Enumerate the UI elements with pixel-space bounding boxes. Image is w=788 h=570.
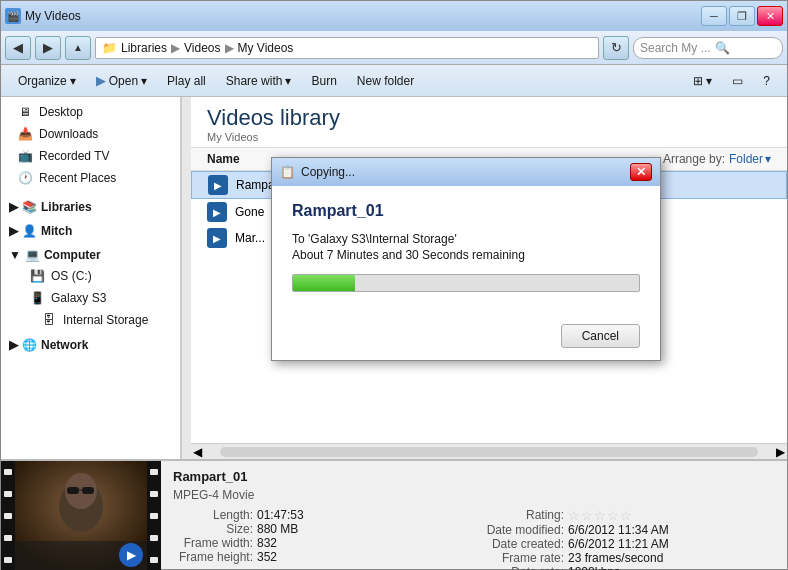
help-icon: ? bbox=[763, 74, 770, 88]
sidebar-item-downloads[interactable]: 📥 Downloads bbox=[1, 123, 180, 145]
film-hole-4 bbox=[4, 535, 12, 541]
sidebar-label-libraries: Libraries bbox=[41, 200, 92, 214]
detail-label-rating: Rating: bbox=[484, 508, 564, 523]
detail-label-frame-width: Frame width: bbox=[173, 536, 253, 550]
sidebar-group-mitch[interactable]: ▶ 👤 Mitch bbox=[1, 221, 180, 241]
close-button[interactable]: ✕ bbox=[757, 6, 783, 26]
toolbar: Organize ▾ ▶ Open ▾ Play all Share with … bbox=[1, 65, 787, 97]
computer-icon: 💻 bbox=[25, 248, 40, 262]
mitch-arrow-icon: ▶ bbox=[9, 224, 18, 238]
sidebar-group-computer[interactable]: ▼ 💻 Computer bbox=[1, 245, 180, 265]
organize-label: Organize bbox=[18, 74, 67, 88]
sidebar-item-internal-storage[interactable]: 🗄 Internal Storage bbox=[1, 309, 180, 331]
views-dropdown-icon: ▾ bbox=[706, 74, 712, 88]
sidebar-item-desktop[interactable]: 🖥 Desktop bbox=[1, 101, 180, 123]
dialog-overlay: 📋 Copying... ✕ Rampart_01 To 'Galaxy S3\… bbox=[191, 97, 787, 459]
drive-icon: 💾 bbox=[29, 268, 45, 284]
file-details: Rampart_01 MPEG-4 Movie Length: 01:47:53… bbox=[161, 461, 787, 569]
libraries-icon: 📚 bbox=[22, 200, 37, 214]
detail-value-frame-width: 832 bbox=[257, 536, 277, 550]
sidebar-group-libraries[interactable]: ▶ 📚 Libraries bbox=[1, 197, 180, 217]
new-folder-button[interactable]: New folder bbox=[348, 69, 423, 93]
detail-value-date-modified: 6/6/2012 11:34 AM bbox=[568, 523, 669, 537]
svg-rect-4 bbox=[82, 487, 94, 494]
bottom-panel: ▶ Rampart_01 MPEG-4 Movie Length: 01:47:… bbox=[1, 459, 787, 569]
svg-rect-3 bbox=[67, 487, 79, 494]
sidebar-item-os-c[interactable]: 💾 OS (C:) bbox=[1, 265, 180, 287]
sidebar-label-osc: OS (C:) bbox=[51, 269, 92, 283]
sidebar-scrollbar[interactable] bbox=[181, 97, 191, 459]
title-bar-buttons: ─ ❐ ✕ bbox=[701, 6, 783, 26]
computer-arrow-icon: ▼ bbox=[9, 248, 21, 262]
sidebar-item-galaxy-s3[interactable]: 📱 Galaxy S3 bbox=[1, 287, 180, 309]
sidebar-item-recent-places[interactable]: 🕐 Recent Places bbox=[1, 167, 180, 189]
main-window: 🎬 My Videos ─ ❐ ✕ ◀ ▶ ▲ 📁 Libraries ▶ Vi… bbox=[0, 0, 788, 570]
star-4: ☆ bbox=[607, 508, 619, 523]
open-icon: ▶ bbox=[96, 73, 106, 88]
views-button[interactable]: ⊞ ▾ bbox=[684, 69, 721, 93]
film-hole-r5 bbox=[150, 557, 158, 563]
detail-filename: Rampart_01 bbox=[173, 469, 775, 484]
up-button[interactable]: ▲ bbox=[65, 36, 91, 60]
title-bar: 🎬 My Videos ─ ❐ ✕ bbox=[1, 1, 787, 31]
desktop-icon: 🖥 bbox=[17, 104, 33, 120]
play-all-button[interactable]: Play all bbox=[158, 69, 215, 93]
sidebar-item-recorded-tv[interactable]: 📺 Recorded TV bbox=[1, 145, 180, 167]
film-hole-r1 bbox=[150, 469, 158, 475]
detail-row-data-rate: Data rate: 1008kbps bbox=[484, 565, 775, 570]
film-hole-r4 bbox=[150, 535, 158, 541]
address-path[interactable]: 📁 Libraries ▶ Videos ▶ My Videos bbox=[95, 37, 599, 59]
share-dropdown-icon: ▾ bbox=[285, 74, 291, 88]
copy-dialog: 📋 Copying... ✕ Rampart_01 To 'Galaxy S3\… bbox=[271, 157, 661, 361]
restore-button[interactable]: ❐ bbox=[729, 6, 755, 26]
film-hole-r2 bbox=[150, 491, 158, 497]
path-part-myvideos[interactable]: My Videos bbox=[238, 41, 294, 55]
path-part-videos[interactable]: Videos bbox=[184, 41, 220, 55]
minimize-button[interactable]: ─ bbox=[701, 6, 727, 26]
detail-value-date-created: 6/6/2012 11:21 AM bbox=[568, 537, 669, 551]
views-icon: ⊞ bbox=[693, 74, 703, 88]
progress-bar bbox=[292, 274, 640, 292]
title-bar-left: 🎬 My Videos bbox=[5, 8, 81, 24]
detail-value-data-rate: 1008kbps bbox=[568, 565, 620, 570]
sidebar-group-network[interactable]: ▶ 🌐 Network bbox=[1, 335, 180, 355]
path-icon: 📁 bbox=[102, 41, 117, 55]
forward-button[interactable]: ▶ bbox=[35, 36, 61, 60]
content-area: Videos library My Videos Name Arrange by… bbox=[191, 97, 787, 459]
detail-value-length: 01:47:53 bbox=[257, 508, 304, 522]
film-hole-r3 bbox=[150, 513, 158, 519]
preview-play-button[interactable]: ▶ bbox=[119, 543, 143, 567]
share-with-button[interactable]: Share with ▾ bbox=[217, 69, 301, 93]
film-strip-right bbox=[147, 461, 161, 570]
film-hole-1 bbox=[4, 469, 12, 475]
search-box[interactable]: Search My ... 🔍 bbox=[633, 37, 783, 59]
dialog-close-button[interactable]: ✕ bbox=[630, 163, 652, 181]
rating-stars: ☆ ☆ ☆ ☆ ☆ bbox=[568, 508, 632, 523]
back-button[interactable]: ◀ bbox=[5, 36, 31, 60]
organize-button[interactable]: Organize ▾ bbox=[9, 69, 85, 93]
path-part-libraries[interactable]: Libraries bbox=[121, 41, 167, 55]
detail-value-frame-rate: 23 frames/second bbox=[568, 551, 663, 565]
detail-value-size: 880 MB bbox=[257, 522, 298, 536]
path-sep-2: ▶ bbox=[225, 41, 234, 55]
window-icon: 🎬 bbox=[5, 8, 21, 24]
detail-row-frame-width: Frame width: 832 bbox=[173, 536, 464, 550]
sidebar-label-recent: Recent Places bbox=[39, 171, 116, 185]
detail-row-frame-rate: Frame rate: 23 frames/second bbox=[484, 551, 775, 565]
detail-filetype: MPEG-4 Movie bbox=[173, 488, 775, 502]
downloads-icon: 📥 bbox=[17, 126, 33, 142]
sidebar-label-galaxy: Galaxy S3 bbox=[51, 291, 106, 305]
detail-label-frame-height: Frame height: bbox=[173, 550, 253, 564]
new-folder-label: New folder bbox=[357, 74, 414, 88]
open-dropdown-icon: ▾ bbox=[141, 74, 147, 88]
star-3: ☆ bbox=[594, 508, 606, 523]
cancel-button[interactable]: Cancel bbox=[561, 324, 640, 348]
burn-button[interactable]: Burn bbox=[302, 69, 345, 93]
open-button[interactable]: ▶ Open ▾ bbox=[87, 69, 156, 93]
help-button[interactable]: ? bbox=[754, 69, 779, 93]
phone-icon: 📱 bbox=[29, 290, 45, 306]
search-icon: 🔍 bbox=[715, 41, 730, 55]
detail-value-frame-height: 352 bbox=[257, 550, 277, 564]
preview-pane-button[interactable]: ▭ bbox=[723, 69, 752, 93]
refresh-button[interactable]: ↻ bbox=[603, 36, 629, 60]
